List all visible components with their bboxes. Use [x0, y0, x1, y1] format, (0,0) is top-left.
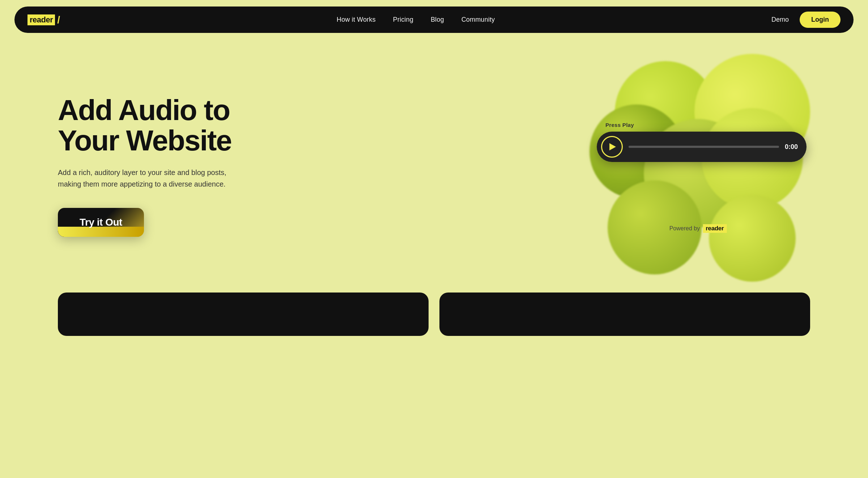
audio-player: 0:00 [597, 132, 807, 162]
progress-bar [629, 146, 779, 148]
powered-text: Powered by [669, 225, 700, 232]
hero-visual: Press Play 0:00 Powered by reader [586, 61, 810, 271]
time-display: 0:00 [785, 143, 798, 151]
nav-right: Demo Login [771, 12, 841, 28]
login-button[interactable]: Login [800, 12, 841, 28]
demo-link[interactable]: Demo [771, 16, 789, 24]
nav-how-it-works[interactable]: How it Works [337, 16, 376, 23]
press-play-label: Press Play [605, 122, 634, 128]
bottom-cards [0, 293, 868, 336]
navbar: reader / How it Works Pricing Blog Commu… [14, 7, 854, 33]
play-button[interactable] [601, 136, 623, 158]
powered-by: Powered by reader [669, 224, 727, 233]
try-it-out-button[interactable]: Try it Out [58, 208, 144, 237]
blob-7 [709, 195, 796, 282]
hero-title: Add Audio to Your Website [58, 95, 231, 156]
bottom-card-left [58, 293, 429, 336]
powered-logo: reader [703, 224, 727, 233]
play-icon [609, 143, 616, 150]
logo-slash: / [57, 14, 60, 26]
hero-subtitle: Add a rich, auditory layer to your site … [58, 167, 231, 190]
nav-community[interactable]: Community [461, 16, 495, 23]
nav-pricing[interactable]: Pricing [393, 16, 413, 23]
hero-section: Add Audio to Your Website Add a rich, au… [0, 39, 868, 285]
logo-text: reader [27, 14, 55, 25]
nav-links: How it Works Pricing Blog Community [337, 16, 495, 24]
bottom-card-right [439, 293, 810, 336]
nav-blog[interactable]: Blog [431, 16, 444, 23]
logo[interactable]: reader / [27, 14, 60, 26]
hero-content: Add Audio to Your Website Add a rich, au… [58, 95, 231, 237]
